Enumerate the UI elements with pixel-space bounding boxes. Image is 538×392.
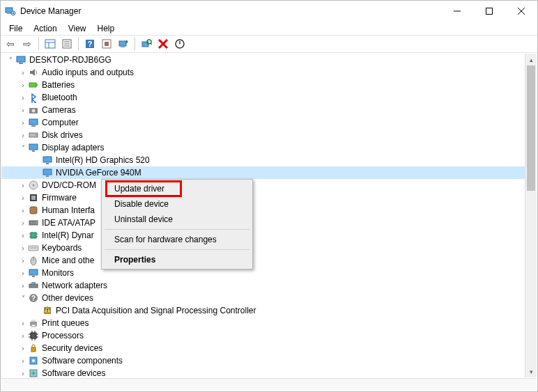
show-hide-tree-button[interactable] [43, 36, 58, 52]
disable-toolbar-button[interactable] [172, 36, 187, 52]
tree-category-label: Bluetooth [42, 93, 77, 102]
tree-category-processors[interactable]: ›Processors [1, 329, 525, 342]
tree-category-audio[interactable]: ›Audio inputs and outputs [1, 66, 525, 79]
tree-category-display[interactable]: ˅Display adapters [1, 141, 525, 154]
svg-rect-41 [46, 175, 49, 177]
tree-category-bluetooth[interactable]: ›Bluetooth [1, 91, 525, 104]
scroll-thumb[interactable] [527, 65, 535, 191]
tree-category-label: Keyboards [42, 243, 82, 253]
properties-toolbar-button[interactable] [59, 36, 75, 52]
forward-button[interactable]: ⇨ [20, 36, 35, 52]
chevron-right-icon[interactable]: › [18, 357, 28, 365]
tree-category-other[interactable]: ˅?Other devices [1, 292, 525, 304]
svg-text:?: ? [31, 295, 36, 302]
chevron-right-icon[interactable]: › [18, 69, 28, 77]
app-icon [5, 6, 16, 17]
toolbar-separator [38, 38, 39, 50]
ctx-uninstall-device[interactable]: Uninstall device [103, 212, 251, 227]
ctx-properties[interactable]: Properties [103, 252, 251, 267]
menu-action[interactable]: Action [28, 23, 62, 34]
printer-icon [28, 317, 39, 329]
tree-category-mice[interactable]: ›Mice and othe [1, 254, 525, 267]
vertical-scrollbar[interactable]: ▴ ▾ [525, 54, 537, 377]
chevron-right-icon[interactable]: › [18, 257, 28, 265]
action-toolbar-button[interactable] [99, 36, 114, 52]
update-driver-toolbar-button[interactable] [116, 36, 131, 52]
chevron-right-icon[interactable]: › [18, 194, 28, 202]
tree-device-nvidia[interactable]: NVIDIA GeForce 940M [1, 166, 525, 179]
svg-rect-40 [43, 169, 52, 175]
help-toolbar-button[interactable]: ? [82, 36, 98, 52]
monitor-icon [28, 267, 39, 279]
back-button[interactable]: ⇦ [3, 36, 18, 52]
svg-rect-63 [31, 282, 36, 284]
menu-help[interactable]: Help [92, 23, 121, 34]
chevron-right-icon[interactable]: › [18, 107, 28, 114]
tree-category-swcomp[interactable]: ›Software components [1, 354, 525, 367]
tree-category-printq[interactable]: ›Print queues [1, 317, 525, 329]
ide-icon [28, 217, 39, 228]
tree-device-intel[interactable]: Intel(R) HD Graphics 520 [1, 154, 525, 166]
chevron-right-icon[interactable]: › [18, 244, 28, 252]
menu-view[interactable]: View [63, 23, 92, 34]
tree-category-network[interactable]: ›Network adapters [1, 279, 525, 292]
chevron-right-icon[interactable]: › [18, 282, 28, 290]
chevron-right-icon[interactable]: › [18, 320, 28, 327]
chevron-right-icon[interactable]: › [18, 219, 28, 227]
battery-icon [28, 79, 39, 91]
chip-icon [28, 230, 39, 241]
tree-category-label: Firmware [42, 193, 77, 203]
tree-category-hid[interactable]: ›Human Interfa [1, 204, 525, 217]
tree-category-security[interactable]: ›Security devices [1, 342, 525, 354]
chevron-right-icon[interactable]: › [18, 345, 28, 352]
chevron-down-icon[interactable]: ˅ [18, 295, 28, 302]
tree-category-batteries[interactable]: ›Batteries [1, 79, 525, 91]
chevron-down-icon[interactable]: ˅ [6, 56, 15, 64]
chevron-right-icon[interactable]: › [18, 269, 28, 277]
tree-category-label: Display adapters [42, 143, 104, 152]
tree-category-computer[interactable]: ›Computer [1, 116, 525, 129]
svg-point-82 [32, 359, 35, 362]
menu-file[interactable]: File [3, 23, 28, 34]
chevron-right-icon[interactable]: › [18, 370, 28, 377]
maximize-button[interactable] [473, 1, 505, 21]
device-tree[interactable]: ˅ DESKTOP-RDJB6GG ›Audio inputs and outp… [1, 54, 537, 377]
ctx-separator [105, 249, 249, 250]
chevron-right-icon[interactable]: › [18, 332, 28, 340]
tree-category-monitors[interactable]: ›Monitors [1, 267, 525, 279]
uninstall-toolbar-button[interactable] [155, 36, 171, 52]
tree-category-label: Computer [42, 118, 79, 127]
tree-category-ide[interactable]: ›IDE ATA/ATAP [1, 217, 525, 229]
minimize-button[interactable] [441, 1, 473, 21]
scroll-down-button[interactable]: ▾ [525, 366, 537, 377]
scan-toolbar-button[interactable] [139, 36, 154, 52]
status-bar [1, 378, 537, 391]
tree-category-dvd[interactable]: ›DVD/CD-ROM [1, 179, 525, 191]
ctx-update-driver[interactable]: Update driver [103, 181, 251, 196]
tree-category-disk[interactable]: ›Disk drives [1, 129, 525, 141]
warning-icon: ! [42, 305, 53, 316]
chevron-right-icon[interactable]: › [18, 81, 28, 89]
chevron-right-icon[interactable]: › [18, 182, 28, 189]
tree-category-swdev[interactable]: ›Software devices [1, 367, 525, 377]
ctx-disable-device[interactable]: Disable device [103, 196, 251, 212]
svg-rect-45 [31, 196, 36, 200]
tree-device-pci-daq[interactable]: !PCI Data Acquisition and Signal Process… [1, 304, 525, 317]
tree-root[interactable]: ˅ DESKTOP-RDJB6GG [1, 54, 525, 66]
tree-category-intel-dyn[interactable]: ›Intel(R) Dynar [1, 229, 525, 242]
chevron-right-icon[interactable]: › [18, 132, 28, 139]
tree-category-firmware[interactable]: ›Firmware [1, 191, 525, 204]
chevron-right-icon[interactable]: › [18, 232, 28, 240]
chevron-right-icon[interactable]: › [18, 207, 28, 214]
tree-category-cameras[interactable]: ›Cameras [1, 104, 525, 116]
chevron-right-icon[interactable]: › [18, 119, 28, 127]
chevron-right-icon[interactable]: › [18, 94, 28, 102]
close-button[interactable] [505, 1, 537, 21]
svg-rect-33 [31, 125, 36, 127]
chevron-down-icon[interactable]: ˅ [18, 144, 28, 152]
tree-category-keyboards[interactable]: ›Keyboards [1, 242, 525, 254]
scroll-track[interactable] [525, 65, 537, 366]
tree-category-label: Mice and othe [42, 256, 94, 265]
ctx-scan-hardware[interactable]: Scan for hardware changes [103, 232, 251, 247]
scroll-up-button[interactable]: ▴ [525, 54, 537, 65]
